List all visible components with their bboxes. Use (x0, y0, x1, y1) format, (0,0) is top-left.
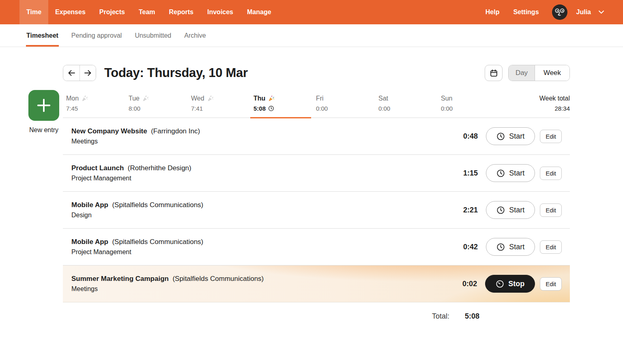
new-entry-button[interactable] (28, 90, 59, 121)
entry-time: 2:21 (460, 206, 478, 214)
entry-client: (Spitalfields Communications) (112, 238, 203, 246)
entry-task: Meetings (71, 286, 264, 292)
entry-controls: 0:02 Stop Edit (459, 275, 562, 293)
settings-link[interactable]: Settings (508, 9, 544, 16)
stop-timer-button[interactable]: Stop (485, 275, 535, 293)
entry-task: Project Management (71, 175, 191, 182)
time-entry-row: Mobile App (Spitalfields Communications)… (63, 192, 570, 229)
toggle-day[interactable]: Day (509, 65, 535, 81)
tab-unsubmitted[interactable]: Unsubmitted (134, 24, 172, 47)
week-total: Week total 28:34 (539, 95, 570, 112)
party-popper-icon (207, 95, 214, 102)
entry-info: New Company Website (Farringdon Inc) Mee… (71, 128, 200, 145)
day-time: 5:08 (253, 105, 316, 112)
entry-info: Mobile App (Spitalfields Communications)… (71, 238, 203, 255)
next-day-button[interactable] (79, 65, 96, 81)
day-total-value: 5:08 (465, 312, 479, 321)
tab-pending-approval[interactable]: Pending approval (71, 24, 122, 47)
edit-entry-button[interactable]: Edit (540, 167, 562, 180)
day-column-fri[interactable]: Fri 0:00 (316, 95, 378, 112)
tab-archive[interactable]: Archive (184, 24, 206, 47)
top-nav-items: TimeExpensesProjectsTeamReportsInvoicesM… (19, 0, 278, 24)
day-column-sun[interactable]: Sun 0:00 (441, 95, 503, 112)
nav-item-reports[interactable]: Reports (162, 0, 200, 24)
entry-controls: 0:42 Start Edit (460, 238, 562, 256)
entry-project: Mobile App (71, 201, 108, 209)
entry-project: New Company Website (71, 127, 147, 135)
day-name: Sat (378, 95, 441, 102)
main-content: New entry Today: Thursday, 10 Mar (0, 64, 623, 321)
day-name: Fri (316, 95, 378, 102)
time-entry-row: Product Launch (Rotherhithe Design) Proj… (63, 155, 570, 192)
nav-item-time[interactable]: Time (19, 0, 48, 24)
tab-timesheet[interactable]: Timesheet (26, 24, 59, 47)
previous-day-button[interactable] (63, 65, 79, 81)
nav-item-team[interactable]: Team (132, 0, 162, 24)
clock-icon (268, 105, 274, 111)
arrow-right-icon (84, 70, 92, 76)
day-name: Wed (191, 95, 253, 102)
entry-client: (Spitalfields Communications) (172, 275, 264, 283)
entry-client: (Rotherhithe Design) (128, 164, 191, 172)
time-entry-row: Summer Marketing Campaign (Spitalfields … (63, 266, 570, 302)
entry-project: Mobile App (71, 238, 108, 246)
day-column-wed[interactable]: Wed 7:41 (191, 95, 253, 112)
entry-controls: 1:15 Start Edit (460, 164, 562, 182)
day-time: 7:41 (191, 105, 253, 112)
party-popper-icon (142, 95, 149, 102)
nav-item-invoices[interactable]: Invoices (200, 0, 240, 24)
start-timer-button[interactable]: Start (486, 201, 535, 219)
entry-task: Project Management (71, 249, 203, 255)
avatar[interactable] (552, 4, 567, 20)
start-timer-button[interactable]: Start (486, 238, 535, 256)
day-column-mon[interactable]: Mon 7:45 (66, 95, 129, 112)
date-pager (63, 65, 96, 81)
entry-controls: 2:21 Start Edit (460, 201, 562, 219)
entry-task: Design (71, 212, 203, 218)
date-header: Today: Thursday, 10 Mar Day Week (63, 64, 570, 82)
day-column-tue[interactable]: Tue 8:00 (129, 95, 191, 112)
toggle-week[interactable]: Week (535, 65, 569, 81)
page-title: Today: Thursday, 10 Mar (104, 66, 248, 80)
day-week-toggle: Day Week (508, 65, 570, 81)
chevron-down-icon[interactable] (598, 10, 604, 14)
new-entry: New entry (24, 90, 63, 134)
day-column-thu[interactable]: Thu 5:08 (253, 95, 316, 112)
nav-item-manage[interactable]: Manage (240, 0, 278, 24)
avatar-face-icon (552, 4, 567, 20)
week-total-label: Week total (539, 95, 570, 102)
entry-time: 1:15 (460, 169, 478, 178)
help-link[interactable]: Help (481, 9, 505, 16)
entry-time: 0:02 (459, 280, 477, 288)
nav-item-expenses[interactable]: Expenses (48, 0, 92, 24)
day-time: 0:00 (316, 105, 378, 112)
calendar-button[interactable] (485, 65, 503, 81)
day-time: 0:00 (441, 105, 503, 112)
edit-entry-button[interactable]: Edit (540, 277, 562, 291)
entry-project: Summer Marketing Campaign (71, 275, 169, 283)
new-entry-label: New entry (24, 126, 63, 134)
day-total-row: Total: 5:08 (63, 312, 570, 321)
entry-info: Mobile App (Spitalfields Communications)… (71, 201, 203, 218)
edit-entry-button[interactable]: Edit (540, 130, 562, 143)
timer-icon (496, 280, 504, 288)
entry-time: 0:42 (460, 243, 478, 251)
nav-item-projects[interactable]: Projects (92, 0, 132, 24)
day-time: 8:00 (129, 105, 191, 112)
start-timer-button[interactable]: Start (486, 164, 535, 182)
day-column-sat[interactable]: Sat 0:00 (378, 95, 441, 112)
day-name: Thu (253, 95, 316, 102)
entry-info: Product Launch (Rotherhithe Design) Proj… (71, 165, 191, 182)
user-menu[interactable]: Julia (576, 9, 591, 16)
day-time: 0:00 (378, 105, 441, 112)
entry-time: 0:48 (460, 132, 478, 141)
top-navigation: TimeExpensesProjectsTeamReportsInvoicesM… (0, 0, 623, 24)
arrow-left-icon (68, 70, 75, 76)
day-name: Mon (66, 95, 129, 102)
day-name: Sun (441, 95, 503, 102)
day-name: Tue (129, 95, 191, 102)
edit-entry-button[interactable]: Edit (540, 240, 562, 254)
party-popper-icon (81, 95, 88, 102)
edit-entry-button[interactable]: Edit (540, 203, 562, 217)
start-timer-button[interactable]: Start (486, 127, 535, 145)
